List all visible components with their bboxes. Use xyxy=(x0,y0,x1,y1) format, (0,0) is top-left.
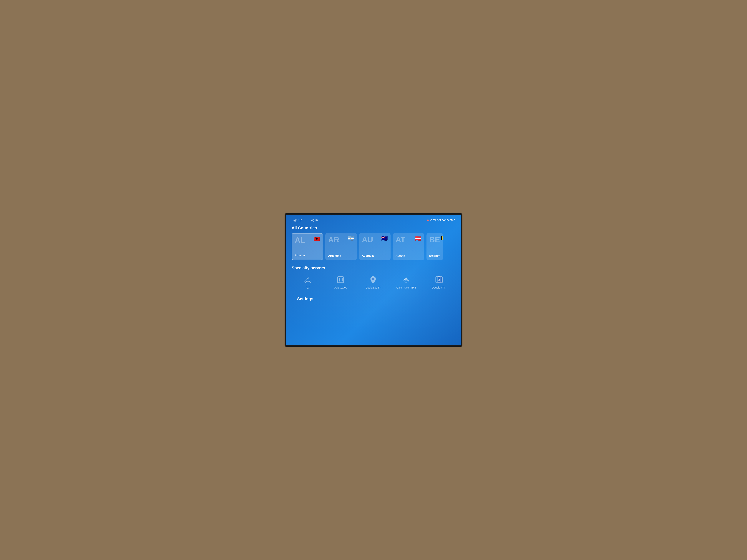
country-name-be: Belgium xyxy=(429,254,440,257)
country-name-au: Australia xyxy=(362,254,388,257)
dedicated-ip-label: Dedicated IP xyxy=(366,286,381,289)
svg-rect-9 xyxy=(342,278,342,282)
settings-section: Settings xyxy=(286,291,461,306)
onion-vpn-label: Onion Over VPN xyxy=(396,286,416,289)
signup-button[interactable]: Sign Up xyxy=(292,218,302,222)
p2p-svg xyxy=(304,275,312,284)
tv-frame: Sign Up Log In VPN not connected All Cou… xyxy=(285,213,462,347)
countries-row: AL 🇦🇱 Albania AR 🇦🇷 Argentina xyxy=(286,233,461,260)
country-card-belgium[interactable]: BE 🇧🇪 Belgium xyxy=(427,233,443,260)
p2p-icon xyxy=(302,275,313,284)
country-card-argentina[interactable]: AR 🇦🇷 Argentina xyxy=(325,233,357,260)
double-vpn-svg: 2 xyxy=(435,275,443,284)
svg-point-1 xyxy=(305,281,306,283)
country-code-al: AL xyxy=(295,236,305,244)
country-flag-ar: 🇦🇷 xyxy=(347,236,354,241)
country-card-austria[interactable]: AT 🇦🇹 Austria xyxy=(393,233,424,260)
svg-rect-6 xyxy=(337,277,343,283)
svg-text:2: 2 xyxy=(438,278,440,281)
svg-point-2 xyxy=(309,281,311,283)
specialty-double-vpn[interactable]: 2 Double VPN xyxy=(430,275,448,289)
country-code-at: AT xyxy=(395,236,405,244)
vpn-status: VPN not connected xyxy=(427,218,455,222)
country-flag-be: 🇧🇪 xyxy=(440,236,443,241)
settings-title: Settings xyxy=(292,295,455,304)
specialty-p2p[interactable]: P2P xyxy=(299,275,317,289)
svg-point-10 xyxy=(372,278,374,280)
obfuscated-label: Obfuscated xyxy=(334,286,347,289)
country-name-ar: Argentina xyxy=(328,254,354,257)
specialty-row: P2P Obfuscated xyxy=(286,273,461,291)
country-code-ar: AR xyxy=(328,236,339,244)
p2p-label: P2P xyxy=(306,286,310,289)
country-card-albania[interactable]: AL 🇦🇱 Albania xyxy=(292,233,323,260)
specialty-servers-title: Specialty servers xyxy=(286,264,461,273)
country-flag-au: 🇦🇺 xyxy=(381,236,388,241)
country-name-at: Austria xyxy=(395,254,421,257)
svg-point-14 xyxy=(406,277,407,279)
header-nav: Sign Up Log In xyxy=(292,218,318,222)
country-code-be: BE xyxy=(429,236,440,244)
specialty-servers-section: Specialty servers P2P xyxy=(286,264,461,291)
all-countries-section: All Countries AL 🇦🇱 Albania AR 🇦🇷 xyxy=(286,224,461,260)
obfuscated-svg xyxy=(336,275,344,284)
specialty-obfuscated[interactable]: Obfuscated xyxy=(331,275,350,289)
svg-line-4 xyxy=(308,278,310,281)
onion-vpn-icon xyxy=(401,275,412,284)
tv-screen: Sign Up Log In VPN not connected All Cou… xyxy=(286,215,461,345)
login-button[interactable]: Log In xyxy=(310,218,318,222)
country-flag-al: 🇦🇱 xyxy=(313,236,320,241)
svg-rect-8 xyxy=(341,278,341,282)
country-card-australia[interactable]: AU 🇦🇺 Australia xyxy=(359,233,390,260)
country-name-al: Albania xyxy=(295,254,320,257)
country-code-au: AU xyxy=(362,236,373,244)
dedicated-ip-icon xyxy=(367,275,379,284)
header: Sign Up Log In VPN not connected xyxy=(286,215,461,224)
vpn-status-dot xyxy=(427,219,429,221)
svg-point-0 xyxy=(307,277,309,278)
double-vpn-label: Double VPN xyxy=(432,286,446,289)
specialty-onion-vpn[interactable]: Onion Over VPN xyxy=(396,275,416,289)
dedicated-ip-svg xyxy=(369,275,377,284)
svg-line-3 xyxy=(306,278,308,281)
obfuscated-icon xyxy=(335,275,346,284)
vpn-status-label: VPN not connected xyxy=(430,218,455,222)
double-vpn-icon: 2 xyxy=(434,275,445,284)
all-countries-title: All Countries xyxy=(286,224,461,233)
specialty-dedicated-ip[interactable]: Dedicated IP xyxy=(364,275,382,289)
country-flag-at: 🇦🇹 xyxy=(415,236,421,241)
onion-vpn-svg xyxy=(402,275,410,284)
svg-rect-7 xyxy=(339,278,340,282)
